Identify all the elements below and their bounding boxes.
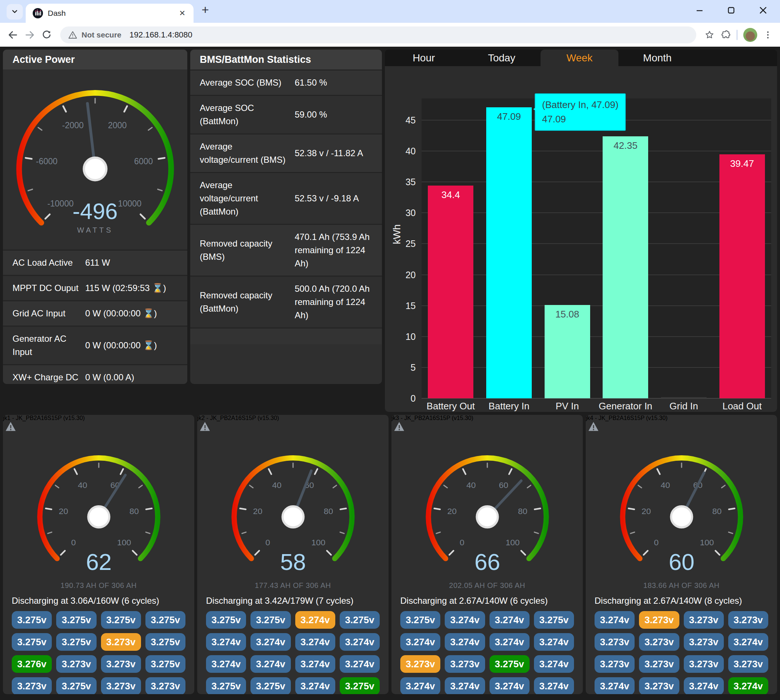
menu-kebab-icon[interactable] [763, 30, 773, 40]
stat-row: Average voltage/current (BattMon)52.53 v… [190, 172, 382, 224]
cell-voltage: 3.273v [684, 611, 724, 629]
soc-gauge: 02040608010062 [3, 450, 194, 582]
y-tick-label: 45 [406, 115, 416, 125]
tab-month[interactable]: Month [619, 50, 696, 66]
address-bar[interactable]: Not secure 192.168.1.4:8080 [60, 27, 696, 43]
svg-text:WATTS: WATTS [77, 226, 113, 234]
cell-voltage: 3.274v [206, 655, 246, 673]
stat-row: Grid AC Input0 W (00:00:00 ⌛) [3, 300, 187, 325]
capacity-label: 183.66 AH OF 306 AH [586, 581, 777, 590]
stat-value: 0 W (00:00:00 ⌛) [85, 307, 178, 320]
cell-voltage: 3.273v [101, 655, 141, 673]
svg-text:-6000: -6000 [36, 157, 58, 166]
minimize-button[interactable] [695, 6, 703, 14]
cell-voltage: 3.273v [684, 633, 724, 651]
stat-row: Generator AC Input0 W (00:00:00 ⌛) [3, 325, 187, 364]
bar-slot: 15.08 [538, 98, 596, 398]
tab-close-icon[interactable]: ✕ [177, 9, 187, 18]
cell-voltage: 3.273v [56, 655, 96, 673]
forward-button[interactable] [24, 29, 35, 40]
cell-voltage: 3.274v [250, 655, 291, 673]
svg-text:40: 40 [466, 480, 476, 490]
cell-voltage: 3.275v [12, 611, 52, 629]
cell-voltage-min: 3.273v [639, 611, 679, 629]
bar-load-out[interactable]: 39.47 [719, 154, 765, 398]
cell-voltage: 3.274v [489, 611, 530, 629]
cell-voltage: 3.274v [400, 633, 440, 651]
cell-voltage-max: 3.276v [12, 655, 52, 673]
warning-icon [200, 422, 389, 432]
bar-battery-out[interactable]: 34.4 [428, 185, 473, 398]
svg-text:20: 20 [58, 507, 68, 516]
tab-title: Dash [48, 9, 177, 18]
cell-voltage-grid: 3.275v3.274v3.274v3.275v3.274v3.274v3.27… [400, 611, 574, 694]
svg-text:10000: 10000 [118, 199, 141, 208]
bar-pv-in[interactable]: 15.08 [545, 305, 590, 398]
cell-voltage-max: 3.275v [340, 677, 380, 694]
top-row: Active Power -10000-6000-200020006000100… [3, 50, 777, 412]
svg-text:60: 60 [669, 549, 694, 575]
discharge-status: Discharging at 2.67A/140W (8 cycles) [595, 596, 768, 606]
y-axis-label: kWh [391, 225, 403, 244]
y-tick-label: 20 [406, 269, 416, 280]
new-tab-button[interactable]: + [201, 3, 209, 17]
cell-voltage: 3.274v [684, 677, 724, 694]
bookmark-star-icon[interactable] [704, 30, 715, 40]
bar-value-label: 39.47 [719, 158, 765, 169]
y-tick-label: 35 [406, 177, 416, 187]
svg-text:62: 62 [86, 549, 111, 575]
svg-text:58: 58 [280, 549, 306, 575]
battery-panel: jk2 - JK_PB2A16S15P (v15.30) 02040608010… [197, 415, 389, 694]
battery-panel: jk3 - JK_PB2A16S15P (v15.30) 02040608010… [391, 415, 583, 694]
profile-avatar[interactable] [743, 28, 757, 42]
browser-toolbar: Not secure 192.168.1.4:8080 [0, 23, 780, 47]
stat-label: AC Load Active [12, 256, 85, 269]
svg-text:2000: 2000 [108, 120, 127, 130]
cell-voltage: 3.275v [534, 611, 574, 629]
discharge-status: Discharging at 3.06A/160W (6 cycles) [12, 596, 185, 606]
close-button[interactable] [759, 6, 768, 15]
tab-search-button[interactable] [7, 4, 23, 20]
security-label: Not secure [81, 30, 121, 39]
cell-voltage-max: 3.274v [728, 677, 768, 694]
stat-value: 61.50 % [295, 76, 373, 89]
bms-stats-title: BMS/BattMon Statistics [200, 54, 311, 65]
tab-hour[interactable]: Hour [385, 50, 463, 66]
svg-text:-496: -496 [73, 198, 118, 224]
cell-voltage: 3.275v [145, 655, 185, 673]
cell-voltage: 3.274v [295, 655, 335, 673]
bar-slot: 39.47 [713, 98, 771, 398]
stat-row: Average SOC (BMS)61.50 % [190, 70, 382, 95]
bar-generator-in[interactable]: 42.35 [603, 136, 648, 398]
maximize-button[interactable] [727, 6, 735, 14]
cell-voltage: 3.275v [250, 611, 291, 629]
tooltip-line-1: (Battery In, 47.09) [542, 98, 619, 112]
cell-voltage: 3.273v [595, 655, 635, 673]
tab-week[interactable]: Week [541, 50, 619, 66]
svg-text:-10000: -10000 [47, 199, 74, 208]
stat-row: MPPT DC Ouput115 W (02:59:53 ⌛) [3, 275, 187, 300]
cell-voltage-max: 3.275v [489, 655, 530, 673]
browser-tab[interactable]: Dash ✕ [26, 4, 193, 23]
capacity-label: 177.43 AH OF 306 AH [197, 581, 389, 590]
soc-gauge: 02040608010060 [586, 450, 777, 582]
extensions-puzzle-icon[interactable] [720, 30, 731, 40]
reload-button[interactable] [41, 29, 52, 40]
stat-value: 0 W (00:00:00 ⌛) [85, 339, 178, 352]
cell-voltage: 3.273v [101, 677, 141, 694]
back-button[interactable] [7, 29, 18, 40]
bar-value-label: 42.35 [603, 140, 648, 152]
cell-voltage: 3.274v [445, 677, 485, 694]
svg-text:100: 100 [505, 538, 519, 547]
tab-today[interactable]: Today [463, 50, 541, 66]
bar-grid-in[interactable] [661, 397, 707, 398]
cell-voltage: 3.274v [295, 633, 335, 651]
discharge-status: Discharging at 3.42A/179W (7 cycles) [206, 596, 380, 606]
stat-label: Removed capacity (BMS) [200, 237, 295, 263]
svg-text:80: 80 [518, 507, 527, 516]
bar-slot: 34.4 [422, 98, 480, 398]
cell-voltage: 3.274v [250, 633, 291, 651]
bar-battery-in[interactable]: 47.09 [486, 107, 532, 398]
cell-voltage: 3.273v [445, 655, 485, 673]
y-tick-label: 0 [411, 393, 416, 404]
